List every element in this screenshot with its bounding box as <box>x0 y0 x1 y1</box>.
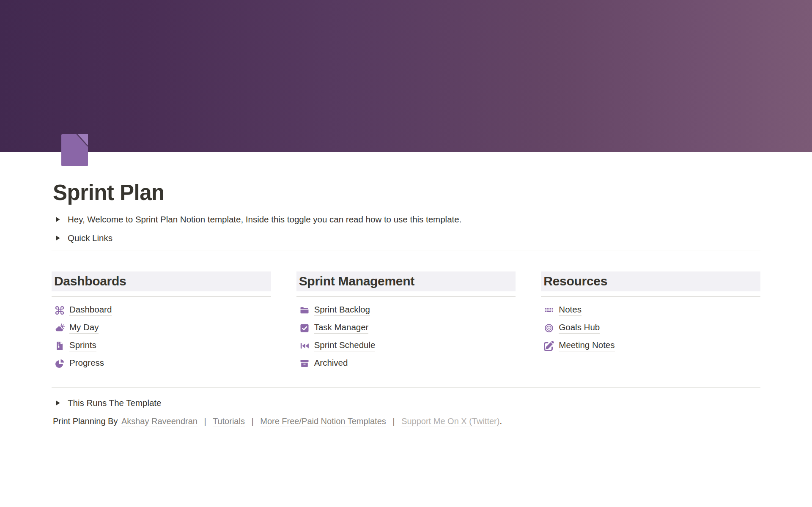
page-link-goals-hub[interactable]: Goals Hub <box>559 322 600 334</box>
list-item: My Day <box>52 322 271 334</box>
command-icon <box>55 305 65 315</box>
page-title: Sprint Plan <box>53 180 760 206</box>
toggle-runner[interactable]: This Runs The Template <box>52 397 760 409</box>
archive-icon <box>299 359 310 369</box>
target-icon <box>544 323 554 333</box>
footer-separator: | <box>392 417 395 426</box>
page-link-notes[interactable]: Notes <box>559 304 582 316</box>
toggle-quick-links-label: Quick Links <box>68 233 112 243</box>
column-sprint-management: Sprint Management Sprint Backlog <box>296 271 516 375</box>
page-icon[interactable] <box>61 134 88 166</box>
list-item: Dashboard <box>52 304 271 316</box>
document-icon <box>61 134 88 166</box>
footer-credits: Print Planning By Akshay Raveendran | Tu… <box>53 415 760 428</box>
link-columns: Dashboards Dashboard <box>52 271 760 375</box>
list-item: Sprint Backlog <box>296 304 516 316</box>
footer-prefix: Print Planning By <box>53 417 118 426</box>
footer-suffix: . <box>499 417 502 426</box>
link-list: Sprint Backlog Task Manager <box>296 304 516 370</box>
toggle-welcome-label: Hey, Welcome to Sprint Plan Notion templ… <box>68 214 461 225</box>
page-link-sprints[interactable]: Sprints <box>69 340 96 351</box>
divider <box>541 296 760 297</box>
edit-icon <box>544 341 554 351</box>
folder-icon <box>299 305 310 315</box>
divider <box>296 296 516 297</box>
footer-link-templates[interactable]: More Free/Paid Notion Templates <box>260 417 386 427</box>
keyboard-icon <box>544 305 554 315</box>
footer-separator: | <box>204 417 206 426</box>
list-item: Notes <box>541 304 760 316</box>
toggle-quick-links[interactable]: Quick Links <box>52 232 760 244</box>
page-link-sprint-schedule[interactable]: Sprint Schedule <box>314 340 376 351</box>
divider <box>52 250 760 250</box>
link-list: Notes Goals Hub <box>541 304 760 352</box>
toggle-runner-label: This Runs The Template <box>68 398 161 408</box>
divider <box>52 387 760 388</box>
list-item: Task Manager <box>296 322 516 334</box>
footer-link-support[interactable]: Support Me On X (Twitter) <box>401 417 499 427</box>
column-heading: Sprint Management <box>296 271 516 291</box>
list-item: Progress <box>52 358 271 370</box>
checkbox-icon <box>299 323 310 333</box>
toggle-triangle-icon[interactable] <box>55 235 60 241</box>
page-link-meeting-notes[interactable]: Meeting Notes <box>559 340 614 351</box>
rewind-icon <box>299 341 310 351</box>
divider <box>52 296 271 297</box>
page-link-sprint-backlog[interactable]: Sprint Backlog <box>314 304 370 316</box>
list-item: Sprint Schedule <box>296 340 516 352</box>
sun-cloud-icon <box>55 323 65 333</box>
footer-link-tutorials[interactable]: Tutorials <box>213 417 245 427</box>
footer-link-author[interactable]: Akshay Raveendran <box>121 417 198 427</box>
list-item: Archived <box>296 358 516 370</box>
page-link-my-day[interactable]: My Day <box>69 322 99 334</box>
footer-separator: | <box>251 417 253 426</box>
page-content: Sprint Plan Hey, Welcome to Sprint Plan … <box>0 134 812 428</box>
page-link-progress[interactable]: Progress <box>69 358 104 369</box>
notion-page: Sprint Plan Hey, Welcome to Sprint Plan … <box>0 0 812 428</box>
page-link-dashboard[interactable]: Dashboard <box>69 304 112 316</box>
column-resources: Resources Notes <box>541 271 760 375</box>
page-link-task-manager[interactable]: Task Manager <box>314 322 369 334</box>
page-link-archived[interactable]: Archived <box>314 358 348 369</box>
page-cover <box>0 0 812 152</box>
zip-file-icon <box>55 341 65 351</box>
toggle-triangle-icon[interactable] <box>55 400 60 406</box>
link-list: Dashboard <box>52 304 271 370</box>
list-item: Sprints <box>52 340 271 352</box>
list-item: Meeting Notes <box>541 340 760 352</box>
column-heading: Resources <box>541 271 760 291</box>
pie-chart-icon <box>55 359 65 369</box>
list-item: Goals Hub <box>541 322 760 334</box>
toggle-welcome[interactable]: Hey, Welcome to Sprint Plan Notion templ… <box>52 213 760 226</box>
toggle-triangle-icon[interactable] <box>55 217 60 222</box>
column-dashboards: Dashboards Dashboard <box>52 271 271 375</box>
column-heading: Dashboards <box>52 271 271 291</box>
